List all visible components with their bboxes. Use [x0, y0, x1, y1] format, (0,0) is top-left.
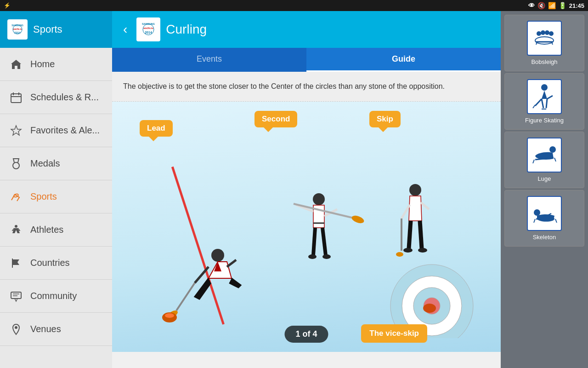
sports-icon: [9, 190, 23, 204]
status-bar: ⚡ 👁 🔇 📶 🔋 21:45: [0, 0, 588, 11]
sidebar-item-community[interactable]: Community: [0, 280, 112, 313]
luge-icon-box: [527, 138, 562, 172]
svg-point-40: [322, 254, 331, 259]
svg-point-56: [541, 30, 545, 35]
sidebar-item-home[interactable]: Home: [0, 48, 112, 81]
svg-point-39: [308, 254, 317, 259]
status-right: 👁 🔇 📶 🔋 21:45: [528, 2, 584, 9]
svg-line-51: [421, 202, 429, 209]
back-button[interactable]: ‹: [119, 20, 131, 39]
sidebar-title: Sports: [33, 23, 62, 35]
sidebar-item-sports-label: Sports: [30, 191, 57, 202]
guide-panel: The objective is to get the stone closer…: [112, 72, 501, 368]
svg-line-50: [401, 205, 410, 218]
svg-point-49: [418, 248, 427, 253]
label-skip: Skip: [369, 111, 401, 127]
svg-line-30: [227, 260, 236, 267]
figure-skating-label: Figure Skating: [525, 117, 564, 124]
eye-icon: 👁: [528, 2, 535, 9]
flag-icon: [9, 256, 23, 270]
figure-skating-icon-box: [527, 79, 562, 114]
tab-events[interactable]: Events: [112, 48, 306, 72]
svg-point-64: [549, 146, 556, 153]
sport-item-luge[interactable]: Luge: [504, 132, 584, 188]
svg-point-55: [537, 31, 541, 36]
svg-point-57: [545, 30, 549, 35]
sidebar-logo: SAMSUNG sochi.ru 2014: [7, 19, 28, 40]
sidebar-item-venues[interactable]: Venues: [0, 313, 112, 346]
label-lead: Lead: [140, 120, 173, 137]
svg-point-28: [211, 249, 224, 262]
sidebar-item-favorites-label: Favorites & Ale...: [30, 125, 100, 136]
curling-illustration: Lead Second Skip: [112, 102, 501, 352]
svg-point-35: [313, 193, 325, 205]
wifi-icon: 📶: [548, 2, 556, 9]
sport-item-bobsleigh[interactable]: Bobsleigh: [504, 15, 584, 71]
content-title: Curling: [166, 22, 207, 37]
sidebar-item-home-label: Home: [30, 59, 55, 69]
medal-icon: [9, 157, 23, 171]
svg-rect-14: [11, 292, 21, 299]
tab-guide[interactable]: Guide: [306, 48, 501, 72]
svg-line-46: [409, 221, 411, 248]
sidebar-item-medals[interactable]: Medals: [0, 147, 112, 180]
svg-point-66: [534, 209, 540, 216]
label-second: Second: [254, 111, 297, 127]
sidebar-item-athletes-label: Athletes: [30, 224, 63, 235]
svg-line-37: [313, 228, 315, 255]
svg-line-38: [322, 228, 326, 255]
svg-marker-9: [11, 126, 21, 135]
sidebar-item-countries[interactable]: Countries: [0, 247, 112, 280]
guide-description: The objective is to get the stone closer…: [112, 72, 501, 102]
svg-text:sochi.ru: sochi.ru: [13, 28, 22, 30]
community-icon: [9, 289, 23, 303]
athlete-icon: [9, 223, 23, 237]
battery-icon: 🔋: [559, 2, 566, 9]
svg-text:SAMSUNG: SAMSUNG: [11, 24, 23, 27]
sidebar-header: SAMSUNG sochi.ru 2014 Sports: [0, 11, 112, 48]
skeleton-icon-box: [527, 196, 562, 231]
tab-bar: Events Guide: [112, 48, 501, 72]
svg-point-53: [396, 252, 403, 257]
mute-icon: 🔇: [537, 2, 545, 9]
label-viceskip: The vice-skip: [361, 324, 427, 343]
usb-icon: ⚡: [4, 2, 11, 9]
sidebar-item-schedules-label: Schedules & R...: [30, 92, 99, 103]
sidebar-item-athletes[interactable]: Athletes: [0, 213, 112, 247]
main-content: ‹ SAMSUNG sochi.ru 2014 Curling Events G…: [112, 11, 501, 368]
status-left: ⚡: [4, 2, 11, 9]
svg-point-10: [13, 162, 19, 169]
bobsleigh-icon-box: [527, 21, 562, 56]
content-logo: SAMSUNG sochi.ru 2014: [136, 17, 160, 41]
sidebar-item-sports[interactable]: Sports: [0, 180, 112, 213]
sidebar-item-medals-label: Medals: [30, 158, 60, 169]
right-sidebar: Bobsleigh Figure Skating: [501, 11, 588, 368]
svg-point-58: [549, 31, 554, 36]
svg-point-45: [409, 184, 421, 196]
star-icon: [9, 124, 23, 138]
sidebar-item-favorites[interactable]: Favorites & Ale...: [0, 114, 112, 147]
sidebar-item-venues-label: Venues: [30, 324, 61, 334]
venue-icon: [9, 322, 23, 336]
sport-item-figure-skating[interactable]: Figure Skating: [504, 73, 584, 130]
svg-point-12: [15, 225, 17, 228]
svg-point-54: [535, 37, 554, 44]
sidebar: SAMSUNG sochi.ru 2014 Sports Home: [0, 11, 112, 368]
svg-point-34: [165, 313, 174, 318]
svg-point-17: [15, 326, 17, 329]
bobsleigh-label: Bobsleigh: [531, 58, 557, 65]
home-icon: [9, 58, 23, 71]
svg-point-48: [403, 248, 413, 253]
content-header: ‹ SAMSUNG sochi.ru 2014 Curling: [112, 11, 501, 48]
sidebar-item-countries-label: Countries: [30, 258, 70, 268]
svg-rect-18: [138, 19, 159, 40]
time-display: 21:45: [569, 2, 584, 9]
svg-text:sochi.ru: sochi.ru: [144, 27, 153, 29]
sidebar-item-community-label: Community: [30, 291, 77, 301]
svg-line-31: [176, 283, 195, 310]
skeleton-label: Skeleton: [533, 234, 556, 241]
svg-point-44: [351, 214, 365, 225]
sidebar-item-schedules[interactable]: Schedules & R...: [0, 81, 112, 114]
sport-item-skeleton[interactable]: Skeleton: [504, 190, 584, 247]
luge-label: Luge: [538, 175, 551, 182]
